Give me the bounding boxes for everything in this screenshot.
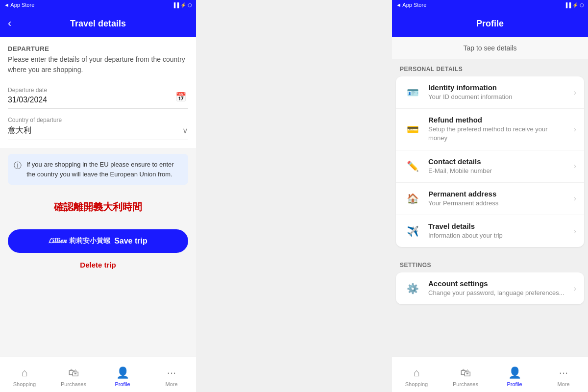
address-content: Permanent address Your Permanent address — [428, 190, 567, 208]
right-nav-shopping-label: Shopping — [405, 381, 428, 387]
left-nav-profile-label: Profile — [115, 381, 130, 387]
right-home-icon: ⌂ — [413, 367, 419, 379]
left-app-store-label: ◄ App Store — [4, 2, 34, 8]
refund-subtitle: Setup the prefered method to receive you… — [428, 125, 567, 143]
contact-title: Contact details — [428, 157, 567, 166]
travel-icon: ✈️ — [404, 222, 421, 240]
right-nav-purchases-label: Purchases — [453, 381, 478, 387]
address-chevron-icon: › — [574, 194, 576, 203]
left-nav-header: ‹ Travel details — [0, 10, 196, 37]
save-trip-label: Save trip — [114, 237, 147, 245]
watermark-area — [0, 223, 196, 229]
travel-row[interactable]: ✈️ Travel details Information about your… — [396, 215, 584, 247]
left-signal-icons: ▐▐ ⚡ ⬡ — [172, 2, 192, 8]
person-icon-active: 👤 — [116, 367, 129, 379]
identity-row[interactable]: 🪪 Identity information Your ID document … — [396, 76, 584, 109]
settings-section-title: SETTINGS — [392, 255, 588, 272]
back-button[interactable]: ‹ — [8, 17, 11, 30]
left-bottom-nav: ⌂ Shopping 🛍 Purchases 👤 Profile ··· Mor… — [0, 357, 196, 392]
left-panel: ◄ App Store ▐▐ ⚡ ⬡ ‹ Travel details DEPA… — [0, 0, 196, 392]
refund-row[interactable]: 💳 Refund method Setup the prefered metho… — [396, 109, 584, 150]
account-title: Account settings — [428, 279, 567, 288]
country-departure-label: Country of departure — [8, 117, 188, 123]
country-departure-field[interactable]: Country of departure 意大利 ∨ — [8, 117, 188, 140]
left-nav-more-label: More — [165, 381, 177, 387]
right-nav-more-label: More — [557, 381, 569, 387]
settings-card: ⚙️ Account settings Change your password… — [396, 272, 584, 304]
save-btn-logo: 𝓛𝒊𝒍𝒍𝒊𝒆𝒏 莉莉安小黃螺 — [49, 237, 110, 245]
contact-content: Contact details E-Mail, Mobile number — [428, 157, 567, 175]
panel-gap — [196, 0, 392, 392]
identity-content: Identity information Your ID document in… — [428, 83, 567, 101]
right-nav-more[interactable]: ··· More — [539, 363, 588, 387]
refund-chevron-icon: › — [574, 125, 576, 134]
right-app-store-label: ◄ App Store — [396, 2, 426, 8]
address-subtitle: Your Permanent address — [428, 199, 567, 208]
right-more-dots-icon: ··· — [559, 367, 568, 379]
eu-info-box: ⓘ If you are shopping in the EU please e… — [8, 154, 188, 185]
departure-date-value: 31/03/2024 — [8, 96, 188, 104]
travel-subtitle: Information about your trip — [428, 231, 567, 240]
left-nav-shopping-label: Shopping — [13, 381, 36, 387]
contact-chevron-icon: › — [574, 162, 576, 171]
departure-date-field[interactable]: Departure date 31/03/2024 📅 — [8, 87, 188, 109]
personal-details-card: 🪪 Identity information Your ID document … — [396, 76, 584, 247]
calendar-icon: 📅 — [175, 92, 186, 102]
tap-hint[interactable]: Tap to see details — [392, 37, 588, 59]
refund-content: Refund method Setup the prefered method … — [428, 116, 567, 143]
departure-section-title: DEPARTURE — [8, 45, 188, 52]
identity-subtitle: Your ID document information — [428, 93, 567, 101]
bag-icon: 🛍 — [68, 367, 79, 379]
departure-description: Please enter the details of your departu… — [8, 52, 188, 79]
address-row[interactable]: 🏠 Permanent address Your Permanent addre… — [396, 183, 584, 215]
right-bottom-nav: ⌂ Shopping 🛍 Purchases 👤 Profile ··· Mor… — [392, 357, 588, 392]
left-nav-shopping[interactable]: ⌂ Shopping — [0, 363, 49, 387]
travel-title: Travel details — [428, 222, 567, 230]
right-nav-shopping[interactable]: ⌂ Shopping — [392, 363, 441, 387]
delete-trip-button[interactable]: Delete trip — [80, 261, 116, 269]
personal-details-section-title: PERSONAL DETAILS — [392, 59, 588, 76]
contact-subtitle: E-Mail, Mobile number — [428, 167, 567, 175]
left-nav-purchases[interactable]: 🛍 Purchases — [49, 363, 98, 387]
save-trip-button[interactable]: 𝓛𝒊𝒍𝒍𝒊𝒆𝒏 莉莉安小黃螺 Save trip — [8, 229, 188, 253]
right-nav-profile-label: Profile — [507, 381, 522, 387]
left-nav-more[interactable]: ··· More — [147, 363, 196, 387]
account-icon: ⚙️ — [404, 280, 421, 297]
country-select[interactable]: 意大利 ∨ — [8, 125, 188, 136]
country-departure-value: 意大利 — [8, 125, 31, 136]
right-status-bar: ◄ App Store ▐▐ ⚡ ⬡ — [392, 0, 588, 10]
right-signal-icons: ▐▐ ⚡ ⬡ — [564, 2, 584, 8]
more-dots-icon: ··· — [167, 367, 176, 379]
contact-icon: ✏️ — [404, 157, 421, 175]
right-page-title: Profile — [476, 19, 504, 29]
left-page-title: Travel details — [70, 19, 126, 29]
travel-chevron-icon: › — [574, 227, 576, 236]
delete-trip-container: Delete trip — [0, 257, 196, 277]
left-nav-profile[interactable]: 👤 Profile — [98, 363, 147, 387]
departure-section: DEPARTURE Please enter the details of yo… — [0, 37, 196, 148]
account-content: Account settings Change your password, l… — [428, 279, 567, 297]
right-panel: ◄ App Store ▐▐ ⚡ ⬡ Profile Tap to see de… — [392, 0, 588, 392]
confirm-text: 確認離開義大利時間 — [0, 191, 196, 223]
home-icon: ⌂ — [21, 367, 27, 379]
identity-title: Identity information — [428, 83, 567, 92]
contact-row[interactable]: ✏️ Contact details E-Mail, Mobile number… — [396, 150, 584, 183]
identity-icon: 🪪 — [404, 84, 421, 101]
left-nav-purchases-label: Purchases — [61, 381, 86, 387]
chevron-down-icon: ∨ — [182, 126, 188, 135]
eu-info-text: If you are shopping in the EU please ens… — [26, 160, 182, 179]
info-circle-icon: ⓘ — [14, 161, 22, 171]
refund-icon: 💳 — [404, 121, 421, 138]
address-title: Permanent address — [428, 190, 567, 198]
left-status-bar: ◄ App Store ▐▐ ⚡ ⬡ — [0, 0, 196, 10]
account-row[interactable]: ⚙️ Account settings Change your password… — [396, 272, 584, 304]
refund-title: Refund method — [428, 116, 567, 124]
right-nav-purchases[interactable]: 🛍 Purchases — [441, 363, 490, 387]
right-nav-header: Profile — [392, 10, 588, 37]
left-content-area: DEPARTURE Please enter the details of yo… — [0, 37, 196, 392]
account-chevron-icon: › — [574, 284, 576, 293]
right-bag-icon: 🛍 — [460, 367, 471, 379]
right-nav-profile[interactable]: 👤 Profile — [490, 363, 539, 387]
profile-content: PERSONAL DETAILS 🪪 Identity information … — [392, 59, 588, 392]
identity-chevron-icon: › — [574, 88, 576, 97]
